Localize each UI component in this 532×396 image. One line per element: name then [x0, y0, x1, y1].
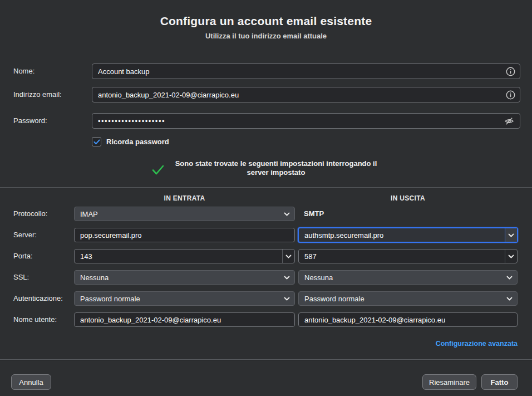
remember-password-label: Ricorda password — [106, 138, 169, 146]
page-subtitle: Utilizza il tuo indirizzo email attuale — [0, 32, 532, 40]
chevron-down-icon — [506, 297, 513, 301]
chevron-down-icon — [284, 212, 290, 216]
auth-incoming-select[interactable]: Password normale — [74, 291, 295, 306]
name-label: Nome: — [13, 63, 35, 79]
status-row: Sono state trovate le seguenti impostazi… — [0, 159, 532, 177]
ssl-incoming-value: Nessuna — [80, 273, 284, 282]
incoming-column-header: IN ENTRATA — [74, 194, 295, 202]
chevron-down-icon — [284, 276, 290, 280]
remember-password-row: Ricorda password — [92, 137, 169, 146]
chevron-down-icon[interactable] — [505, 228, 517, 242]
port-outgoing-value: 587 — [299, 250, 505, 263]
protocol-label: Protocollo: — [13, 207, 47, 221]
account-setup-dialog: Configura un account email esistente Uti… — [0, 0, 532, 396]
status-message: Sono state trovate le seguenti impostazi… — [172, 159, 381, 177]
username-label: Nome utente: — [13, 312, 57, 327]
auth-outgoing-value: Password normale — [304, 295, 506, 303]
server-outgoing-value: authsmtp.securemail.pro — [299, 228, 505, 242]
ssl-outgoing-value: Nessuna — [304, 273, 506, 282]
chevron-down-icon[interactable] — [282, 250, 294, 263]
protocol-incoming-value: IMAP — [80, 210, 284, 218]
protocol-outgoing-value: SMTP — [304, 207, 324, 221]
password-label: Password: — [13, 113, 47, 129]
chevron-down-icon — [506, 276, 513, 280]
username-incoming-input[interactable] — [74, 312, 295, 327]
server-incoming-input[interactable] — [74, 228, 295, 242]
password-input[interactable] — [92, 113, 520, 129]
auth-outgoing-select[interactable]: Password normale — [298, 291, 518, 306]
name-input[interactable] — [92, 63, 520, 79]
server-outgoing-combo[interactable]: authsmtp.securemail.pro — [298, 227, 518, 243]
page-title: Configura un account email esistente — [0, 14, 532, 28]
eye-slash-icon[interactable] — [504, 116, 514, 126]
username-outgoing-input[interactable] — [298, 312, 518, 327]
outgoing-column-header: IN USCITA — [298, 194, 518, 202]
protocol-incoming-select[interactable]: IMAP — [74, 207, 295, 221]
remember-password-checkbox[interactable] — [92, 137, 101, 146]
chevron-down-icon — [284, 297, 290, 301]
email-input[interactable] — [92, 87, 520, 102]
footer-divider — [0, 359, 532, 360]
success-check-icon — [152, 165, 164, 177]
port-incoming-value: 143 — [75, 250, 282, 263]
section-divider — [0, 187, 532, 188]
ssl-outgoing-select[interactable]: Nessuna — [298, 270, 518, 285]
ssl-label: SSL: — [13, 270, 29, 285]
auth-label: Autenticazione: — [13, 291, 63, 306]
info-icon — [505, 66, 515, 76]
cancel-button[interactable]: Annulla — [11, 374, 51, 390]
server-label: Server: — [13, 228, 37, 242]
advanced-config-link[interactable]: Configurazione avanzata — [436, 340, 518, 348]
ssl-incoming-select[interactable]: Nessuna — [74, 270, 295, 285]
email-label: Indirizzo email: — [13, 87, 62, 102]
port-incoming-combo[interactable]: 143 — [74, 249, 295, 263]
done-button[interactable]: Fatto — [481, 374, 518, 390]
port-outgoing-combo[interactable]: 587 — [298, 249, 518, 263]
chevron-down-icon[interactable] — [505, 250, 517, 263]
info-icon — [505, 90, 515, 100]
auth-incoming-value: Password normale — [80, 295, 284, 303]
port-label: Porta: — [13, 249, 33, 263]
reexamine-button[interactable]: Riesaminare — [422, 374, 476, 390]
